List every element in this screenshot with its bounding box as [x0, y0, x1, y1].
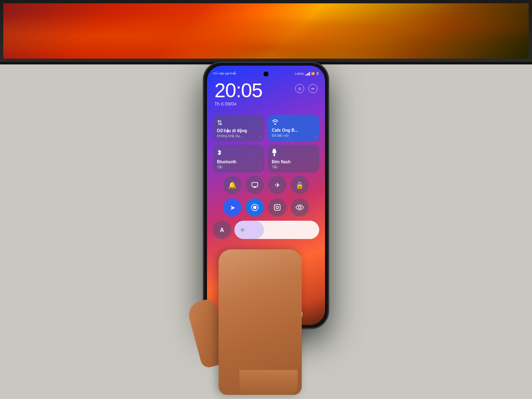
bluetooth-tile-arrow: ›: [260, 166, 261, 170]
status-call-text: Chỉ cuộc gọi khẩn: [213, 72, 236, 75]
wifi-status-icon: 📶: [311, 72, 315, 75]
brightness-sun-icon: ☀: [239, 226, 245, 234]
clock-area: 20:05 Th 6 09/04 ⊙ ✏: [214, 81, 318, 106]
edit-icon[interactable]: ✏: [308, 84, 318, 93]
fingers: [239, 370, 298, 395]
quick-actions-row-2: ➤: [213, 198, 319, 217]
svg-rect-0: [273, 149, 276, 150]
bluetooth-tile[interactable]: Bluetooth Tắt ›: [213, 145, 264, 172]
tiles-row-1: ⇅ Dữ liệu di động Không khả dụ... ›: [213, 115, 319, 141]
eye-comfort-button[interactable]: [291, 198, 309, 217]
screenshot-button[interactable]: [268, 198, 286, 217]
hand-shape: [219, 249, 302, 395]
tiles-row-2: Bluetooth Tắt › Đèn flash: [213, 145, 319, 172]
screen-button[interactable]: [246, 176, 264, 194]
flashlight-tile-sub: Tắt: [272, 165, 315, 169]
brightness-row: A ☀: [213, 221, 319, 239]
svg-rect-5: [274, 204, 280, 210]
phone-scene: Chỉ cuộc gọi khẩn 0.8KB/s 📶 🔋 20:05 Th: [179, 42, 353, 382]
mobile-data-icon: ⇅: [217, 119, 260, 127]
front-camera: [264, 71, 268, 76]
location-button[interactable]: ➤: [223, 198, 241, 217]
svg-point-6: [276, 206, 278, 209]
wifi-tile-title: Cafe Ong B...: [272, 128, 315, 133]
flashlight-icon: [272, 149, 315, 158]
signal-icon: [305, 72, 310, 76]
wifi-tile-icon: [272, 119, 315, 126]
clock-date: Th 6 09/04: [214, 101, 318, 106]
svg-rect-2: [252, 182, 258, 187]
mobile-data-sub: Không khả dụ...: [217, 134, 260, 138]
bluetooth-icon: [217, 149, 260, 158]
status-right: 0.8KB/s 📶 🔋: [295, 72, 319, 76]
mobile-data-tile[interactable]: ⇅ Dữ liệu di động Không khả dụ... ›: [213, 115, 264, 141]
bluetooth-tile-sub: Tắt: [217, 165, 260, 169]
airplane-mode-button[interactable]: ✈: [268, 176, 286, 194]
flashlight-tile-title: Đèn flash: [272, 160, 315, 165]
auto-brightness-button[interactable]: A: [213, 221, 231, 239]
network-speed: 0.8KB/s: [295, 72, 304, 75]
quick-actions-row-1: 🔔 ✈ 🔒: [213, 176, 319, 194]
brightness-fill: [234, 221, 264, 239]
wifi-tile[interactable]: Cafe Ong B... Đã kết nối ›: [268, 115, 319, 141]
focus-button[interactable]: [246, 198, 264, 217]
mobile-data-arrow: ›: [260, 135, 261, 139]
auto-label: A: [220, 227, 224, 233]
brightness-slider[interactable]: ☀: [234, 221, 319, 239]
svg-point-3: [253, 206, 256, 209]
settings-icon[interactable]: ⊙: [295, 84, 304, 93]
screen-lock-button[interactable]: 🔒: [291, 176, 309, 194]
wifi-tile-sub: Đã kết nối: [272, 133, 315, 138]
alarm-button[interactable]: 🔔: [223, 176, 241, 194]
svg-rect-1: [273, 153, 275, 156]
flashlight-tile[interactable]: Đèn flash Tắt: [268, 145, 319, 172]
hand: [202, 237, 318, 395]
battery-icon: 🔋: [316, 72, 319, 75]
svg-point-7: [298, 206, 301, 209]
control-center-tiles: ⇅ Dữ liệu di động Không khả dụ... ›: [213, 115, 319, 239]
bluetooth-tile-title: Bluetooth: [217, 160, 260, 165]
clock-action-icons: ⊙ ✏: [295, 84, 318, 93]
wifi-tile-arrow: ›: [315, 135, 316, 139]
mobile-data-title: Dữ liệu di động: [217, 128, 260, 133]
